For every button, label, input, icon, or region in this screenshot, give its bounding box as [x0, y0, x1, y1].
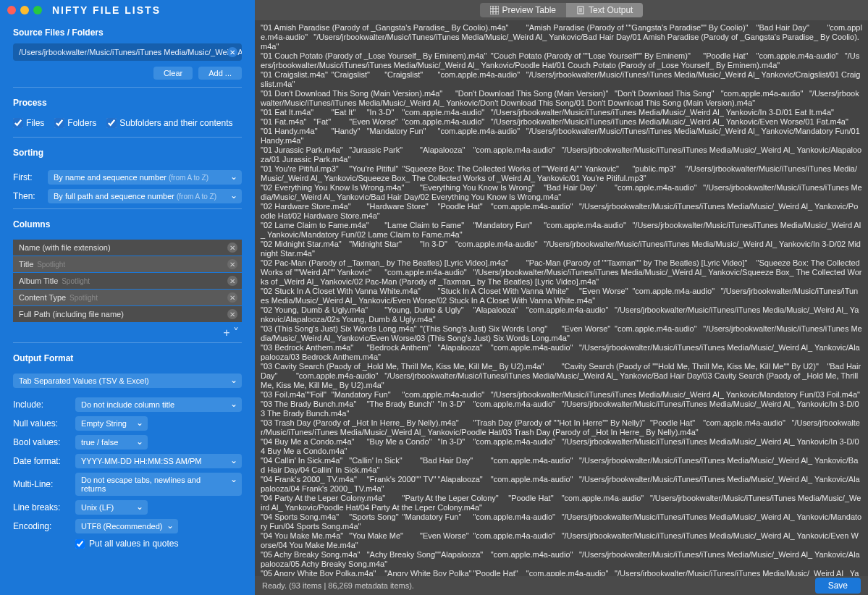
column-label: Album Title	[19, 277, 58, 285]
multi-label: Multi-Line:	[13, 479, 69, 489]
bool-label: Bool values:	[13, 437, 69, 447]
process-heading: Process	[13, 98, 242, 108]
status-bar: Ready. (93 items | 86,269 metadata items…	[255, 576, 868, 595]
column-label: Content Type	[19, 293, 66, 302]
source-heading: Source Files / Folders	[13, 28, 242, 38]
tab-text-output[interactable]: Text Output	[566, 3, 643, 17]
sorting-heading: Sorting	[13, 148, 242, 158]
sorting-section: Sorting	[0, 140, 255, 168]
remove-column-icon[interactable]: ✕	[227, 292, 237, 303]
subfolders-checkbox[interactable]: Subfolders and their contents	[106, 118, 232, 128]
subfolders-check-input[interactable]	[106, 118, 117, 128]
titlebar: NIFTY FILE LISTS	[0, 0, 255, 20]
column-item[interactable]: Content Type Spotlight✕	[13, 290, 242, 305]
column-item[interactable]: Full Path (including file name)✕	[13, 306, 242, 322]
include-label: Include:	[13, 400, 69, 410]
linebreak-label: Line breaks:	[13, 502, 69, 512]
encoding-label: Encoding:	[13, 521, 69, 531]
date-select[interactable]: YYYY-MM-DD HH:MM:SS AM/PM	[75, 454, 242, 468]
minimize-icon[interactable]	[20, 6, 29, 14]
remove-column-icon[interactable]: ✕	[227, 309, 237, 319]
quotes-label: Put all values in quotes	[89, 539, 178, 549]
add-button[interactable]: Add ...	[198, 67, 242, 80]
column-item[interactable]: Album Title Spotlight✕	[13, 273, 242, 289]
spotlight-badge: Spotlight	[67, 294, 98, 302]
add-column-button[interactable]: + ˅	[13, 323, 242, 339]
tab-preview-table[interactable]: Preview Table	[480, 3, 566, 17]
folders-checkbox[interactable]: Folders	[54, 118, 96, 128]
spotlight-badge: Spotlight	[59, 277, 90, 285]
remove-path-icon[interactable]: ✕	[227, 47, 237, 57]
first-label: First:	[13, 172, 42, 182]
output-format-heading: Output Format	[13, 353, 242, 363]
maximize-icon[interactable]	[33, 6, 42, 14]
divider	[13, 342, 242, 343]
view-switcher: Preview Table Text Output	[255, 0, 868, 20]
source-path-item[interactable]: /Users/jrbookwalter/Music/iTunes/iTunes …	[13, 43, 242, 61]
main-panel: Preview Table Text Output "01 Amish Para…	[255, 0, 868, 595]
column-item[interactable]: Title Spotlight✕	[13, 256, 242, 272]
source-path-text: /Users/jrbookwalter/Music/iTunes/iTunes …	[19, 48, 242, 56]
clear-button[interactable]: Clear	[153, 67, 193, 80]
files-check-input[interactable]	[13, 118, 23, 128]
columns-list: Name (with file extension)✕Title Spotlig…	[0, 240, 255, 323]
format-select[interactable]: Tab Separated Values (TSV & Excel)	[13, 374, 242, 388]
output-format-section: Output Format	[0, 346, 255, 374]
spotlight-badge: Spotlight	[35, 261, 65, 269]
columns-section: Columns	[0, 212, 255, 240]
column-label: Full Path (including file name)	[19, 310, 124, 318]
null-select[interactable]: Empty String	[75, 416, 148, 431]
status-text: Ready. (93 items | 86,269 metadata items…	[262, 581, 414, 590]
multi-select[interactable]: Do not escape tabs, newlines and returns	[75, 473, 242, 496]
remove-column-icon[interactable]: ✕	[227, 276, 237, 286]
close-icon[interactable]	[7, 6, 16, 14]
first-sort-select[interactable]: By name and sequence number (from A to Z…	[48, 170, 242, 185]
include-select[interactable]: Do not include column title	[75, 397, 242, 412]
app-title: NIFTY FILE LISTS	[52, 4, 161, 16]
save-button[interactable]: Save	[815, 578, 861, 594]
then-sort-select[interactable]: By full path and sequence number (from A…	[48, 189, 242, 203]
quotes-checkbox[interactable]	[75, 539, 85, 549]
bool-select[interactable]: true / false	[75, 435, 148, 450]
divider	[13, 208, 242, 209]
null-label: Null values:	[13, 418, 69, 429]
divider	[13, 87, 242, 88]
columns-heading: Columns	[13, 219, 242, 229]
text-output-area[interactable]: "01 Amish Paradise (Parody of _Gangsta's…	[255, 20, 868, 576]
date-label: Date format:	[13, 456, 69, 466]
svg-rect-0	[490, 6, 499, 14]
column-label: Title	[19, 260, 33, 269]
column-label: Name (with file extension)	[19, 243, 111, 252]
table-icon	[490, 6, 499, 14]
source-section: Source Files / Folders /Users/jrbookwalt…	[0, 20, 255, 84]
remove-column-icon[interactable]: ✕	[227, 242, 237, 253]
encoding-select[interactable]: UTF8 (Recommended)	[75, 519, 178, 533]
folders-check-input[interactable]	[54, 118, 64, 128]
document-icon	[576, 6, 585, 14]
divider	[13, 137, 242, 138]
files-checkbox[interactable]: Files	[13, 118, 44, 128]
linebreak-select[interactable]: Unix (LF)	[75, 500, 148, 515]
sidebar: NIFTY FILE LISTS Source Files / Folders …	[0, 0, 255, 595]
then-label: Then:	[13, 191, 42, 201]
remove-column-icon[interactable]: ✕	[227, 259, 237, 269]
process-section: Process	[0, 90, 255, 118]
column-item[interactable]: Name (with file extension)✕	[13, 240, 242, 256]
